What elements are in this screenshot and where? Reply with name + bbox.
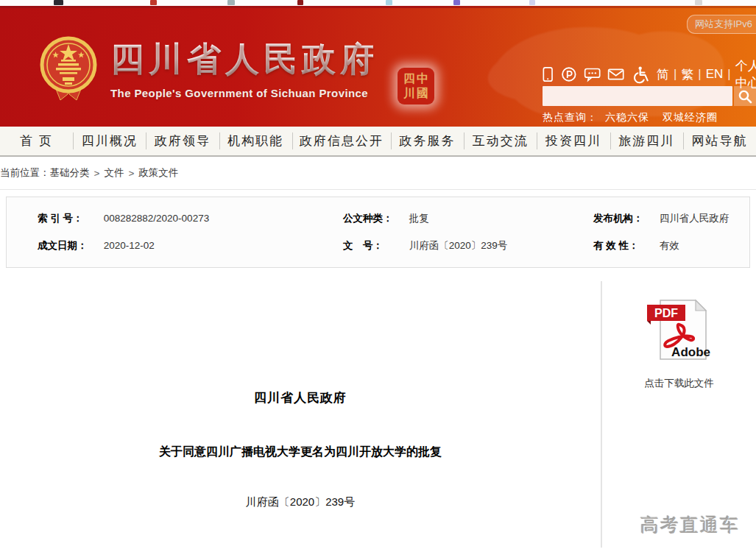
download-side-panel: PDF Adobe 点击下载此文件 高考直通车 bbox=[602, 268, 756, 552]
pdf-download-button[interactable]: PDF Adobe 点击下载此文件 bbox=[602, 296, 756, 390]
meta-validity: 有 效 性： 有效 bbox=[593, 239, 749, 252]
meta-value: 有效 bbox=[660, 240, 679, 251]
separator: > bbox=[128, 168, 134, 179]
document-body: 四川省人民政府 关于同意四川广播电视大学更名为四川开放大学的批复 川府函〔202… bbox=[0, 268, 601, 509]
meta-value: 四川省人民政府 bbox=[660, 213, 729, 224]
breadcrumb-link-files[interactable]: 文件 bbox=[104, 166, 124, 180]
nav-item-government-leaders[interactable]: 政府领导 bbox=[146, 130, 219, 152]
nav-item-institution-functions[interactable]: 机构职能 bbox=[219, 130, 292, 152]
document-number: 川府函〔2020〕239号 bbox=[0, 495, 601, 509]
ipv6-support-badge: 网站支持IPv6 bbox=[687, 15, 756, 34]
meta-label: 有 效 性： bbox=[593, 239, 646, 252]
meta-document-number: 文 号： 川府函〔2020〕239号 bbox=[343, 239, 593, 252]
lang-traditional[interactable]: 繁 bbox=[681, 66, 693, 83]
bookmark-icon-fragment bbox=[529, 0, 535, 5]
breadcrumb: 当前位置： 基础分类 > 文件 > 政策文件 bbox=[0, 157, 756, 190]
p-circle-icon[interactable] bbox=[561, 65, 577, 84]
meta-label: 发布机构： bbox=[593, 212, 646, 225]
meta-label: 文 号： bbox=[343, 239, 396, 252]
lang-english[interactable]: EN bbox=[706, 67, 724, 82]
seal-char: 四 bbox=[403, 71, 416, 86]
bookmark-icon-fragment bbox=[227, 0, 235, 5]
meta-issue-date: 成文日期： 2020-12-02 bbox=[38, 239, 343, 252]
nav-item-government-services[interactable]: 政务服务 bbox=[391, 130, 464, 152]
nav-item-home[interactable]: 首 页 bbox=[0, 130, 73, 152]
breadcrumb-link-category[interactable]: 基础分类 bbox=[50, 166, 90, 180]
document-issuer: 四川省人民政府 bbox=[0, 389, 601, 406]
pdf-file-icon: PDF Adobe bbox=[643, 296, 716, 364]
bookmark-icon-fragment bbox=[150, 0, 157, 5]
separator: | bbox=[674, 67, 676, 82]
breadcrumb-link-policy-files[interactable]: 政策文件 bbox=[138, 166, 178, 180]
message-icon[interactable] bbox=[584, 65, 601, 84]
bookmark-icon-fragment bbox=[453, 0, 460, 5]
search-input[interactable] bbox=[543, 86, 732, 106]
seal-char: 川 bbox=[403, 86, 416, 101]
meta-index-number: 索 引 号： 008282882/2020-00273 bbox=[38, 212, 343, 225]
breadcrumb-label: 当前位置： bbox=[0, 166, 50, 180]
nav-item-interaction[interactable]: 互动交流 bbox=[464, 130, 537, 152]
meta-value: 2020-12-02 bbox=[104, 240, 155, 251]
nav-item-invest-sichuan[interactable]: 投资四川 bbox=[537, 130, 610, 152]
meta-label: 公文种类： bbox=[343, 212, 396, 225]
meta-label: 索 引 号： bbox=[38, 212, 91, 225]
nav-item-site-map[interactable]: 网站导航 bbox=[683, 130, 756, 152]
document-title: 关于同意四川广播电视大学更名为四川开放大学的批复 bbox=[0, 445, 601, 460]
separator: | bbox=[727, 67, 730, 82]
site-title: 四川省人民政府 bbox=[110, 37, 378, 82]
accessibility-icon[interactable] bbox=[632, 64, 650, 85]
document-content-area: 四川省人民政府 关于同意四川广播电视大学更名为四川开放大学的批复 川府函〔202… bbox=[0, 268, 756, 552]
search-icon bbox=[738, 89, 752, 104]
document-metadata-card: 索 引 号： 008282882/2020-00273 公文种类： 批复 发布机… bbox=[6, 197, 750, 268]
site-title-block: 四川省人民政府 The People's Government of Sichu… bbox=[110, 37, 378, 99]
download-caption[interactable]: 点击下载此文件 bbox=[602, 377, 756, 390]
seal-char: 國 bbox=[416, 86, 429, 101]
header-top-edge bbox=[0, 6, 756, 8]
meta-label: 成文日期： bbox=[38, 239, 91, 252]
nav-item-travel-sichuan[interactable]: 旅游四川 bbox=[610, 130, 683, 152]
meta-value: 川府函〔2020〕239号 bbox=[409, 240, 508, 251]
national-emblem bbox=[38, 35, 99, 103]
search-bar bbox=[543, 86, 756, 106]
adobe-brand-label: Adobe bbox=[671, 345, 710, 359]
lang-simplified[interactable]: 简 bbox=[657, 66, 669, 83]
site-header: 网站支持IPv6 四川省人民政府 The People's Government… bbox=[0, 6, 756, 127]
bookmark-icon-fragment bbox=[54, 0, 63, 5]
bookmark-icon-fragment bbox=[297, 0, 303, 5]
watermark: 高考直通车 bbox=[640, 513, 740, 537]
pdf-badge-label: PDF bbox=[654, 307, 678, 319]
china-sichuan-seal-icon: 四 中 川 國 bbox=[398, 68, 434, 105]
meta-value: 批复 bbox=[409, 213, 429, 224]
hot-search-label: 热点查询： bbox=[543, 111, 598, 124]
seal-char: 中 bbox=[416, 71, 429, 86]
site-subtitle-en: The People's Government of Sichuan Provi… bbox=[110, 87, 378, 99]
meta-document-type: 公文种类： 批复 bbox=[343, 212, 593, 225]
separator: > bbox=[94, 168, 100, 179]
nav-item-sichuan-overview[interactable]: 四川概况 bbox=[73, 130, 146, 152]
meta-value: 008282882/2020-00273 bbox=[104, 213, 209, 224]
hot-search-term[interactable]: 双城经济圈 bbox=[663, 111, 718, 124]
browser-bookmarks-bar bbox=[0, 0, 756, 6]
separator: | bbox=[698, 67, 701, 82]
main-nav: 首 页 四川概况 政府领导 机构职能 政府信息公开 政务服务 互动交流 投资四川… bbox=[0, 127, 756, 157]
hot-search-row: 热点查询： 六稳六保 双城经济圈 bbox=[543, 111, 731, 124]
search-button[interactable] bbox=[734, 86, 756, 106]
bookmark-icon-fragment bbox=[695, 0, 702, 5]
bookmark-icon-fragment bbox=[386, 0, 392, 5]
mobile-icon[interactable] bbox=[541, 65, 554, 84]
hot-search-term[interactable]: 六稳六保 bbox=[605, 111, 649, 124]
nav-item-government-info-disclosure[interactable]: 政府信息公开 bbox=[292, 130, 391, 152]
mail-icon[interactable] bbox=[607, 65, 624, 84]
meta-issuing-agency: 发布机构： 四川省人民政府 bbox=[593, 212, 749, 225]
